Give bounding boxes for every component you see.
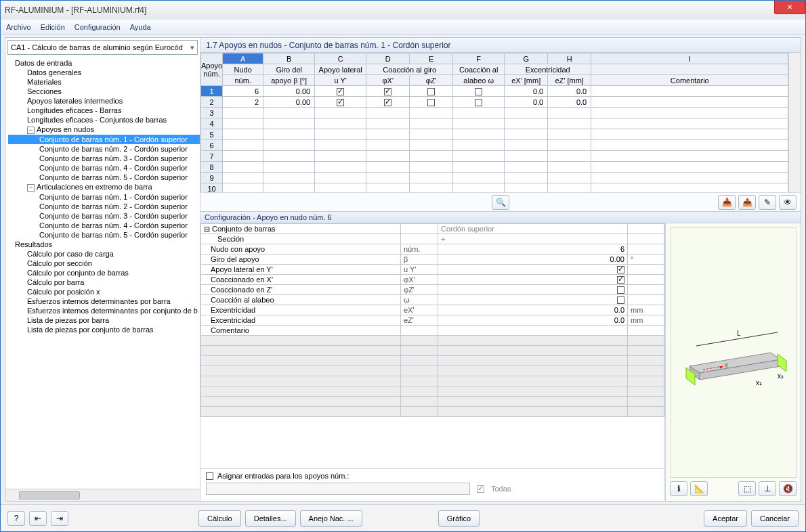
cell[interactable]: 0.0: [505, 86, 548, 97]
tree-r5[interactable]: Cálculo por posición x: [8, 287, 200, 296]
cell[interactable]: [315, 183, 366, 193]
close-button[interactable]: ✕: [774, 1, 805, 14]
col-C[interactable]: C: [315, 53, 366, 64]
import-button[interactable]: 📥: [718, 195, 736, 210]
col-G[interactable]: G: [505, 53, 548, 64]
cell[interactable]: [410, 97, 453, 108]
prop-ex1-v[interactable]: 0.0: [438, 305, 628, 315]
cell[interactable]: [591, 151, 788, 162]
cell[interactable]: [591, 140, 788, 151]
cell[interactable]: [410, 151, 453, 162]
grid-vscroll[interactable]: [788, 53, 801, 192]
assign-checkbox[interactable]: [206, 472, 213, 480]
col-F[interactable]: F: [453, 53, 505, 64]
tree-r1[interactable]: Cálculo por caso de carga: [8, 249, 200, 259]
collapse-icon[interactable]: −: [27, 127, 35, 134]
scroll-thumb[interactable]: [19, 491, 80, 500]
menu-configuracion[interactable]: Configuración: [75, 23, 121, 31]
cell[interactable]: [315, 162, 366, 173]
cell[interactable]: [453, 151, 505, 162]
cell[interactable]: [505, 183, 548, 193]
cell[interactable]: [315, 140, 366, 151]
col-D[interactable]: D: [366, 53, 410, 64]
cell[interactable]: [366, 118, 410, 129]
cell[interactable]: [315, 97, 366, 108]
tree-r4[interactable]: Cálculo por barra: [8, 278, 200, 287]
tree-r9[interactable]: Lista de piezas por conjunto de barras: [8, 325, 200, 334]
tree-resultados[interactable]: Resultados: [8, 240, 200, 249]
cell[interactable]: [453, 162, 505, 173]
tree-materiales[interactable]: Materiales: [8, 77, 200, 87]
table-row[interactable]: 5: [201, 129, 788, 140]
cell[interactable]: [410, 173, 453, 183]
cell[interactable]: [453, 140, 505, 151]
tree-r6[interactable]: Esfuerzos internos determinantes por bar…: [8, 296, 200, 306]
cell[interactable]: [591, 108, 788, 118]
col-I[interactable]: I: [591, 53, 788, 64]
calculo-button[interactable]: Cálculo: [198, 510, 241, 527]
cell[interactable]: [263, 108, 315, 118]
cell[interactable]: [366, 108, 410, 118]
tree-aconj1[interactable]: Conjunto de barras núm. 1 - Cordón super…: [8, 192, 200, 202]
checkbox-icon[interactable]: [337, 99, 344, 106]
col-B[interactable]: B: [263, 53, 315, 64]
cell[interactable]: [453, 86, 505, 97]
cell[interactable]: [453, 173, 505, 183]
tree-aconj5[interactable]: Conjunto de barras núm. 5 - Cordón super…: [8, 230, 200, 240]
cell[interactable]: [223, 173, 263, 183]
cell[interactable]: [505, 140, 548, 151]
cell[interactable]: [410, 129, 453, 140]
table-row[interactable]: 220.000.00.0: [201, 97, 788, 108]
cell[interactable]: [315, 86, 366, 97]
checkbox-icon[interactable]: [475, 99, 482, 106]
sidebar-hscroll[interactable]: [5, 489, 200, 501]
tree-r2[interactable]: Cálculo por sección: [8, 259, 200, 268]
row-number[interactable]: 2: [201, 97, 223, 108]
cell[interactable]: [591, 86, 788, 97]
tree-datos-generales[interactable]: Datos generales: [8, 68, 200, 77]
row-number[interactable]: 9: [201, 173, 223, 183]
cell[interactable]: [591, 162, 788, 173]
cell[interactable]: [223, 140, 263, 151]
anejo-button[interactable]: Anejo Nac. ...: [300, 510, 362, 527]
row-number[interactable]: 7: [201, 151, 223, 162]
todas-checkbox[interactable]: [477, 485, 484, 493]
cell[interactable]: [505, 129, 548, 140]
cell[interactable]: [410, 86, 453, 97]
col-A[interactable]: A: [223, 53, 263, 64]
tree-articulaciones[interactable]: −Articulaciones en extremo de barra: [8, 182, 200, 192]
cancelar-button[interactable]: Cancelar: [751, 510, 799, 527]
tree-aconj3[interactable]: Conjunto de barras núm. 3 - Cordón super…: [8, 211, 200, 221]
cell[interactable]: [263, 183, 315, 193]
menu-edicion[interactable]: Edición: [41, 23, 65, 31]
cell[interactable]: [505, 118, 548, 129]
prop-giro-v[interactable]: 0.00: [438, 254, 628, 265]
checkbox-icon[interactable]: [475, 88, 482, 95]
prop-cox-v[interactable]: [438, 275, 628, 285]
cell[interactable]: [366, 173, 410, 183]
tree-r3[interactable]: Cálculo por conjunto de barras: [8, 268, 200, 278]
cell[interactable]: 0.0: [548, 86, 591, 97]
tree-long-conjuntos[interactable]: Longitudes eficaces - Conjuntos de barra…: [8, 115, 200, 125]
prop-coz-v[interactable]: [438, 285, 628, 295]
cell[interactable]: [548, 173, 591, 183]
tool2-button[interactable]: ⬚: [738, 481, 756, 496]
cell[interactable]: [366, 97, 410, 108]
cell[interactable]: [453, 129, 505, 140]
cell[interactable]: [453, 183, 505, 193]
tool4-button[interactable]: 🔇: [779, 481, 797, 496]
checkbox-icon[interactable]: [384, 88, 391, 95]
cell[interactable]: [315, 151, 366, 162]
row-number[interactable]: 10: [201, 183, 223, 193]
cell[interactable]: [453, 97, 505, 108]
cell[interactable]: [223, 118, 263, 129]
cell[interactable]: [548, 183, 591, 193]
tree-conj1[interactable]: Conjunto de barras núm. 1 - Cordón super…: [8, 135, 200, 144]
cell[interactable]: [591, 173, 788, 183]
cell[interactable]: 0.00: [263, 86, 315, 97]
tree-apoyos-nudos[interactable]: −Apoyos en nudos: [8, 125, 200, 135]
help-button[interactable]: ?: [7, 511, 25, 526]
props-grid[interactable]: ⊟ Conjunto de barrasCordón superior Secc…: [200, 223, 664, 468]
checkbox-icon[interactable]: [427, 99, 435, 106]
pick-button[interactable]: ✎: [759, 195, 776, 210]
